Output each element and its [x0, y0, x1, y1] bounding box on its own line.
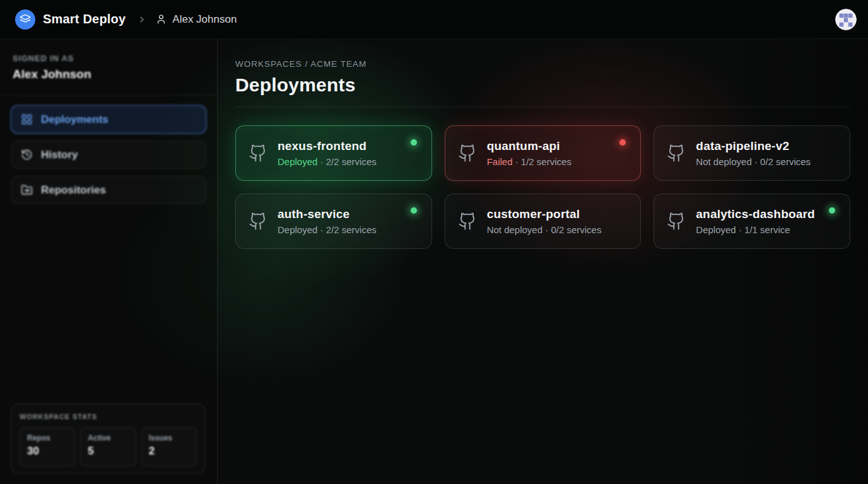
stat-label: Repos	[27, 434, 67, 442]
breadcrumb: WORKSPACES / ACME TEAM	[235, 59, 850, 69]
grid-icon	[21, 113, 33, 125]
sidebar-item-repositories[interactable]: Repositories	[11, 176, 206, 204]
layers-icon	[20, 14, 31, 25]
history-icon	[21, 149, 33, 161]
deploy-status: Deployed	[278, 224, 317, 235]
repo-folder-icon	[21, 184, 33, 196]
deployment-card[interactable]: customer-portal Not deployed · 0/2 servi…	[445, 193, 642, 249]
repo-name: customer-portal	[487, 207, 602, 221]
deploy-status-line: Not deployed · 0/2 services	[487, 224, 602, 235]
deploy-status-line: Deployed · 1/1 service	[696, 224, 815, 235]
deploy-detail: · 2/2 services	[320, 156, 377, 167]
deploy-status: Failed	[487, 156, 513, 167]
sidebar-user-name: Alex Johnson	[13, 67, 204, 81]
deploy-detail: · 0/2 services	[545, 224, 601, 235]
stat-value: 5	[88, 445, 128, 458]
stat-label: Issues	[149, 434, 189, 442]
sidebar-item-history[interactable]: History	[11, 141, 206, 169]
topbar: Smart Deploy Alex Johnson	[0, 0, 868, 39]
signed-in-label: SIGNED IN AS	[13, 54, 204, 63]
app-logo	[15, 9, 35, 30]
deploy-status-line: Deployed · 2/2 services	[278, 224, 377, 235]
github-icon	[667, 212, 686, 231]
status-dot	[829, 207, 835, 214]
github-icon	[458, 144, 477, 163]
workspace-stats-panel: WORKSPACE STATS Repos 30 Active 5 Issues…	[11, 403, 206, 474]
repo-name: nexus-frontend	[278, 139, 377, 153]
deploy-detail: · 1/1 service	[739, 224, 790, 235]
sidebar-item-label: Repositories	[41, 184, 106, 197]
deployment-card[interactable]: nexus-frontend Deployed · 2/2 services	[235, 125, 432, 181]
sidebar-nav: Deployments History Repositories	[0, 95, 217, 204]
github-icon	[249, 144, 267, 163]
github-icon	[249, 212, 267, 231]
deploy-detail: · 1/2 services	[515, 156, 572, 167]
user-icon	[156, 14, 167, 25]
deploy-status-line: Failed · 1/2 services	[487, 156, 572, 167]
topbar-user-name: Alex Johnson	[172, 13, 237, 26]
user-avatar[interactable]	[835, 9, 857, 30]
status-dot	[411, 207, 417, 214]
deploy-status-line: Deployed · 2/2 services	[278, 156, 377, 167]
deployment-card[interactable]: analytics-dashboard Deployed · 1/1 servi…	[654, 193, 850, 249]
deploy-status: Not deployed	[696, 156, 751, 167]
identicon-avatar	[835, 9, 857, 30]
status-dot	[619, 139, 626, 146]
app-title: Smart Deploy	[43, 12, 126, 26]
deploy-status: Deployed	[696, 224, 736, 235]
page-title: Deployments	[235, 74, 850, 96]
repo-name: analytics-dashboard	[696, 207, 815, 221]
repo-name: auth-service	[278, 207, 377, 221]
github-icon	[667, 144, 686, 163]
deploy-detail: · 0/2 services	[754, 156, 811, 167]
repo-name: quantum-api	[487, 139, 572, 153]
stat-issues: Issues 2	[141, 427, 197, 466]
status-dot	[411, 139, 417, 146]
sidebar-item-deployments[interactable]: Deployments	[11, 105, 206, 134]
stat-value: 30	[27, 445, 67, 458]
chevron-right-icon	[137, 14, 147, 25]
repo-name: data-pipeline-v2	[696, 139, 811, 153]
deployment-card[interactable]: data-pipeline-v2 Not deployed · 0/2 serv…	[654, 125, 850, 181]
deploy-status: Deployed	[278, 156, 317, 167]
deployment-card[interactable]: auth-service Deployed · 2/2 services	[235, 193, 432, 249]
stat-repos: Repos 30	[20, 427, 75, 466]
main-header: WORKSPACES / ACME TEAM Deployments	[235, 39, 850, 107]
deployment-grid: nexus-frontend Deployed · 2/2 services	[235, 125, 850, 249]
deployment-card[interactable]: quantum-api Failed · 1/2 services	[445, 125, 642, 181]
github-icon	[458, 212, 477, 231]
sidebar: SIGNED IN AS Alex Johnson Deployments	[0, 39, 218, 484]
deploy-status: Not deployed	[487, 224, 542, 235]
stats-title: WORKSPACE STATS	[20, 413, 197, 420]
stat-value: 2	[149, 445, 189, 458]
sidebar-item-label: History	[41, 149, 78, 161]
stat-label: Active	[88, 434, 128, 442]
deploy-status-line: Not deployed · 0/2 services	[696, 156, 811, 167]
deploy-detail: · 2/2 services	[320, 224, 377, 235]
sidebar-item-label: Deployments	[41, 113, 108, 126]
main-content: WORKSPACES / ACME TEAM Deployments nexus…	[218, 39, 868, 484]
stat-active: Active 5	[80, 427, 136, 466]
